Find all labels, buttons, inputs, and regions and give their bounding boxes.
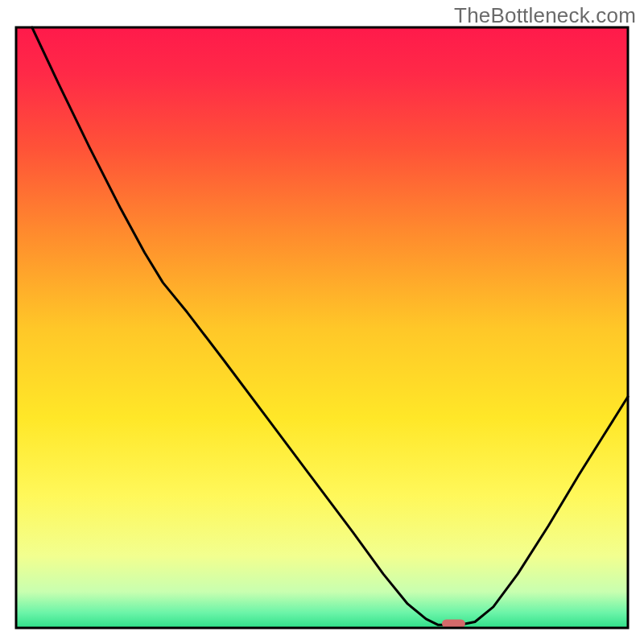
watermark-label: TheBottleneck.com (454, 3, 636, 28)
bottleneck-chart (0, 0, 644, 644)
gradient-background (16, 27, 628, 628)
chart-container: TheBottleneck.com (0, 0, 644, 644)
optimal-marker (442, 620, 465, 628)
